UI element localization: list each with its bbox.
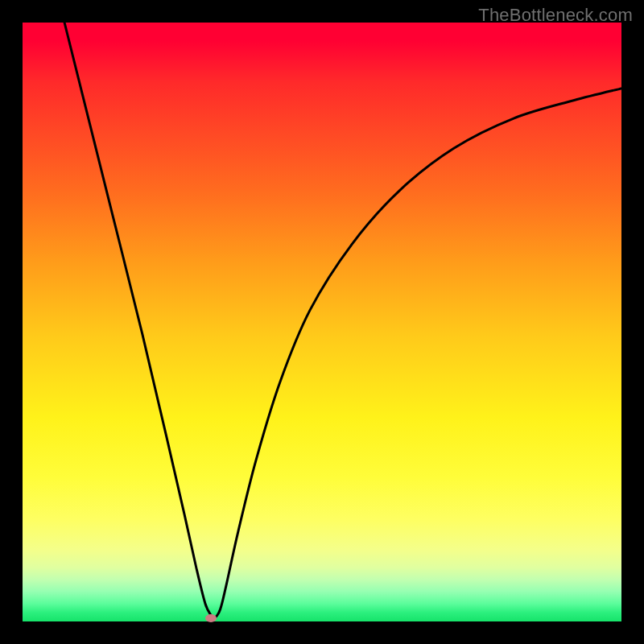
chart-plot-area — [23, 23, 621, 621]
chart-frame — [23, 23, 621, 621]
chart-curve-path — [64, 23, 621, 619]
watermark-text: TheBottleneck.com — [478, 5, 633, 26]
chart-minimum-marker — [205, 614, 217, 622]
chart-curve-svg — [23, 23, 621, 621]
